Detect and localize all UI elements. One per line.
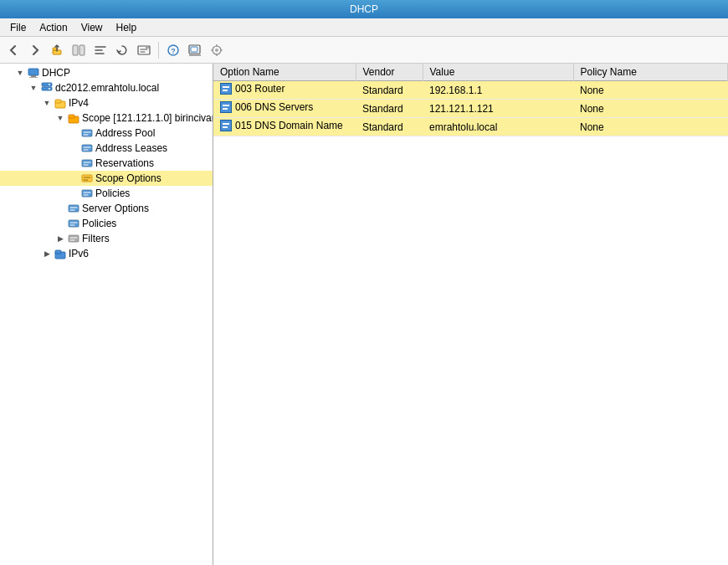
scope-options-icon [80, 172, 94, 185]
tree-label-address-pool: Address Pool [95, 127, 158, 139]
cell-option-name: 015 DNS Domain Name [213, 118, 356, 136]
menu-bar: File Action View Help [0, 18, 728, 37]
computer-icon [27, 66, 40, 80]
svg-rect-23 [82, 145, 92, 152]
expand-scope[interactable]: ▼ [54, 111, 67, 125]
tree-item-server-options[interactable]: Server Options [0, 201, 213, 216]
address-pool-icon [80, 126, 94, 140]
expand-filters[interactable]: ▶ [54, 232, 67, 245]
filters-icon [67, 232, 80, 245]
scope-icon [67, 111, 80, 125]
col-value[interactable]: Value [423, 64, 573, 81]
col-policy-name[interactable]: Policy Name [573, 64, 728, 81]
toolbar-up-button[interactable] [47, 40, 67, 60]
expand-placeholder5 [67, 187, 80, 200]
main-container: ▼ DHCP ▼ dc2012.emrahtolu.local ▼ IP [0, 64, 728, 565]
cell-vendor: Standard [356, 100, 423, 118]
tree-label-policies2: Policies [82, 218, 120, 229]
expand-server[interactable]: ▼ [27, 81, 40, 95]
title-bar: DHCP [0, 0, 728, 18]
svg-point-17 [49, 88, 50, 90]
expand-ipv4[interactable]: ▼ [40, 96, 54, 110]
toolbar-snap-button[interactable] [207, 40, 227, 60]
table-row[interactable]: 006 DNS ServersStandard121.121.1.121None [213, 100, 728, 118]
tree-item-ipv4[interactable]: ▼ IPv4 [0, 95, 213, 110]
tree-item-address-pool[interactable]: Address Pool [0, 126, 213, 141]
table-header-row: Option Name Vendor Value Policy Name [213, 64, 728, 81]
ipv6-icon [54, 247, 67, 260]
tree-label-address-leases: Address Leases [95, 142, 171, 154]
svg-rect-2 [73, 45, 78, 55]
tree-pane[interactable]: ▼ DHCP ▼ dc2012.emrahtolu.local ▼ IP [0, 64, 213, 565]
expand-placeholder [67, 126, 80, 140]
svg-text:?: ? [171, 47, 176, 55]
tree-item-ipv6[interactable]: ▶ IPv6 [0, 246, 213, 261]
tree-label-policies: Policies [95, 187, 133, 199]
toolbar: ? [0, 37, 728, 64]
tree-item-scope[interactable]: ▼ Scope [121.121.1.0] birincivardiya [0, 110, 213, 126]
svg-rect-24 [82, 160, 92, 167]
svg-rect-27 [69, 205, 79, 212]
cell-policy-name: None [573, 118, 728, 136]
tree-label-scope-options: Scope Options [95, 172, 165, 184]
toolbar-refresh-button[interactable] [112, 40, 132, 60]
cell-value: 192.168.1.1 [423, 81, 573, 100]
menu-action[interactable]: Action [33, 20, 74, 35]
policies2-icon [67, 217, 80, 230]
ipv4-icon [54, 96, 67, 110]
tree-item-filters[interactable]: ▶ Filters [0, 231, 213, 246]
expand-placeholder7 [54, 217, 67, 230]
tree-label-ipv6: IPv6 [69, 248, 92, 259]
tree-item-policies[interactable]: Policies [0, 186, 213, 201]
svg-rect-8 [191, 47, 197, 52]
tree-label-scope: Scope [121.121.1.0] birincivardiya [82, 112, 213, 124]
tree-item-scope-options[interactable]: Scope Options [0, 171, 213, 186]
svg-rect-13 [29, 77, 38, 78]
toolbar-help-button[interactable]: ? [163, 40, 183, 60]
expand-dhcp[interactable]: ▼ [13, 66, 27, 80]
tree-label-filters: Filters [82, 233, 113, 244]
menu-help[interactable]: Help [110, 20, 144, 35]
tree-item-address-leases[interactable]: Address Leases [0, 141, 213, 156]
tree-label-server: dc2012.emrahtolu.local [55, 82, 162, 94]
toolbar-separator [158, 42, 159, 59]
toolbar-properties-button[interactable] [90, 40, 110, 60]
expand-placeholder4 [67, 172, 80, 185]
server-options-icon [67, 202, 80, 215]
option-row-icon [220, 120, 232, 131]
menu-file[interactable]: File [3, 20, 33, 35]
svg-rect-28 [69, 220, 79, 227]
cell-policy-name: None [573, 100, 728, 118]
cell-option-name: 006 DNS Servers [213, 100, 356, 118]
option-row-icon [220, 83, 232, 95]
table-row[interactable]: 003 RouterStandard192.168.1.1None [213, 81, 728, 100]
menu-view[interactable]: View [74, 20, 110, 35]
address-leases-icon [80, 141, 94, 155]
svg-rect-3 [79, 45, 85, 55]
tree-item-reservations[interactable]: Reservations [0, 156, 213, 171]
toolbar-show-hide-button[interactable] [69, 40, 89, 60]
policies-icon [80, 187, 94, 200]
tree-label-server-options: Server Options [82, 203, 152, 214]
toolbar-console-button[interactable] [185, 40, 205, 60]
svg-rect-11 [28, 69, 38, 75]
col-option-name[interactable]: Option Name [213, 64, 356, 81]
toolbar-forward-button[interactable] [25, 40, 45, 60]
toolbar-back-button[interactable] [3, 40, 23, 60]
toolbar-export-button[interactable] [134, 40, 154, 60]
tree-item-dhcp[interactable]: ▼ DHCP [0, 65, 213, 80]
expand-ipv6[interactable]: ▶ [40, 247, 54, 260]
cell-vendor: Standard [356, 81, 423, 100]
expand-placeholder6 [54, 202, 67, 215]
col-vendor[interactable]: Vendor [356, 64, 423, 81]
tree-item-server[interactable]: ▼ dc2012.emrahtolu.local [0, 80, 213, 95]
table-row[interactable]: 015 DNS Domain NameStandardemrahtolu.loc… [213, 118, 728, 136]
svg-rect-19 [55, 100, 61, 103]
svg-rect-12 [31, 75, 36, 77]
expand-placeholder2 [67, 141, 80, 155]
svg-rect-21 [69, 115, 74, 118]
tree-item-policies2[interactable]: Policies [0, 216, 213, 231]
tree-label-reservations: Reservations [95, 157, 157, 169]
cell-policy-name: None [573, 81, 728, 100]
options-table: Option Name Vendor Value Policy Name 003… [213, 64, 728, 136]
